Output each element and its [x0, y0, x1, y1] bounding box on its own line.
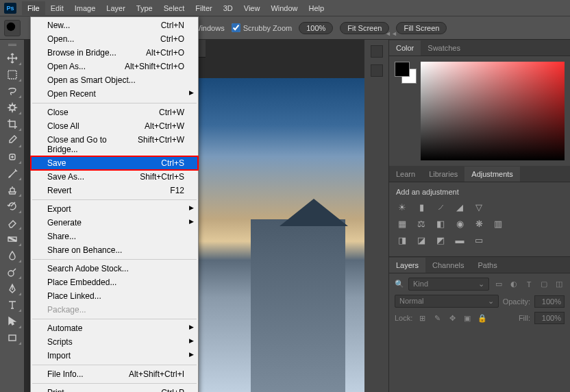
toolbox-grip[interactable] [8, 44, 16, 47]
collapsed-panel-strip[interactable]: ◄◄ [364, 40, 389, 392]
photo-filter-icon[interactable]: ◉ [454, 218, 466, 229]
clone-stamp-tool[interactable] [3, 182, 22, 197]
menu-layer[interactable]: Layer [101, 1, 131, 15]
menu-filter[interactable]: Filter [190, 1, 217, 15]
bw-icon[interactable]: ◧ [434, 218, 447, 229]
menu-item-save-as[interactable]: Save As...Shift+Ctrl+S [31, 170, 198, 184]
eraser-tool[interactable] [3, 215, 22, 230]
color-lookup-icon[interactable]: ▥ [492, 218, 504, 229]
dodge-tool[interactable] [3, 265, 22, 280]
menu-item-import[interactable]: Import▶ [31, 349, 198, 363]
menu-item-open[interactable]: Open...Ctrl+O [31, 32, 198, 46]
crop-tool[interactable] [3, 117, 22, 132]
search-icon[interactable]: 🔍 [395, 280, 404, 289]
tab-learn[interactable]: Learn [389, 167, 422, 182]
menu-item-close[interactable]: CloseCtrl+W [31, 106, 198, 119]
menu-image[interactable]: Image [69, 1, 101, 15]
menu-3d[interactable]: 3D [218, 1, 238, 15]
fill-input[interactable]: 100% [534, 312, 565, 324]
menu-item-revert[interactable]: RevertF12 [31, 184, 198, 197]
menu-item-generate[interactable]: Generate▶ [31, 216, 198, 230]
history-brush-tool[interactable] [3, 199, 22, 214]
menu-item-save[interactable]: SaveCtrl+S [31, 156, 198, 170]
type-tool[interactable] [3, 297, 22, 313]
gradient-map-icon[interactable]: ▬ [454, 234, 466, 245]
marquee-tool[interactable] [3, 67, 22, 82]
blur-tool[interactable] [3, 248, 22, 263]
lock-artboard-icon[interactable]: ▣ [462, 313, 473, 323]
zoom-tool-icon[interactable] [4, 20, 21, 36]
invert-icon[interactable]: ◨ [396, 234, 408, 245]
channel-mixer-icon[interactable]: ❋ [473, 218, 485, 229]
menu-edit[interactable]: Edit [45, 1, 69, 15]
levels-icon[interactable]: ▮ [415, 201, 428, 212]
menu-item-place-linked[interactable]: Place Linked... [31, 289, 198, 303]
menu-item-browse-in-bridge[interactable]: Browse in Bridge...Alt+Ctrl+O [31, 46, 198, 60]
menu-item-share-on-behance[interactable]: Share on Behance... [31, 243, 198, 257]
balance-icon[interactable]: ⚖ [415, 218, 428, 229]
opacity-input[interactable]: 100% [534, 295, 565, 308]
menu-help[interactable]: Help [303, 1, 330, 15]
filter-image-icon[interactable]: ▭ [493, 280, 504, 289]
tab-color[interactable]: Color [389, 40, 421, 56]
exposure-icon[interactable]: ◢ [454, 201, 466, 212]
posterize-icon[interactable]: ◪ [415, 234, 428, 245]
color-picker[interactable] [421, 62, 565, 160]
tab-libraries[interactable]: Libraries [422, 167, 464, 182]
scrubby-zoom-checkbox[interactable]: Scrubby Zoom [232, 23, 293, 32]
filter-shape-icon[interactable]: ▢ [538, 280, 549, 289]
panel-icon[interactable] [371, 45, 383, 58]
menu-view[interactable]: View [238, 1, 266, 15]
lock-all-icon[interactable]: 🔒 [477, 313, 488, 323]
menu-file[interactable]: File [22, 1, 45, 15]
rectangle-tool[interactable] [3, 330, 22, 345]
fit-screen-button[interactable]: Fit Screen [340, 22, 389, 34]
brush-tool[interactable] [3, 166, 22, 181]
canvas[interactable] [175, 78, 364, 392]
move-tool[interactable] [3, 51, 22, 66]
menu-item-export[interactable]: Export▶ [31, 202, 198, 216]
collapse-arrow-icon[interactable]: ◄◄ [385, 30, 397, 37]
lock-image-icon[interactable]: ✎ [432, 313, 443, 323]
tab-channels[interactable]: Channels [425, 258, 471, 273]
lock-trans-icon[interactable]: ⊞ [417, 313, 428, 323]
filter-type-icon[interactable]: T [523, 280, 534, 289]
menu-item-place-embedded[interactable]: Place Embedded... [31, 275, 198, 289]
vibrance-icon[interactable]: ▽ [473, 201, 485, 212]
pen-tool[interactable] [3, 281, 22, 296]
hue-icon[interactable]: ▦ [396, 218, 408, 229]
filter-adjust-icon[interactable]: ◐ [508, 280, 519, 289]
menu-item-search-adobe-stock[interactable]: Search Adobe Stock... [31, 262, 198, 275]
menu-item-open-as-smart-object[interactable]: Open as Smart Object... [31, 73, 198, 87]
blend-mode-select[interactable]: Normal⌄ [395, 295, 499, 308]
menu-item-open-recent[interactable]: Open Recent▶ [31, 87, 198, 101]
gradient-tool[interactable] [3, 232, 22, 247]
brightness-icon[interactable]: ☀ [396, 201, 408, 212]
selective-color-icon[interactable]: ▭ [473, 234, 485, 245]
tab-adjustments[interactable]: Adjustments [464, 167, 520, 182]
menu-type[interactable]: Type [131, 1, 158, 15]
menu-item-file-info[interactable]: File Info...Alt+Shift+Ctrl+I [31, 367, 198, 381]
menu-item-close-all[interactable]: Close AllAlt+Ctrl+W [31, 119, 198, 133]
kind-filter[interactable]: Kind⌄ [408, 278, 489, 291]
fill-screen-button[interactable]: Fill Screen [396, 22, 447, 34]
panel-icon[interactable] [371, 64, 383, 77]
tab-swatches[interactable]: Swatches [421, 40, 467, 56]
curves-icon[interactable]: ⟋ [434, 201, 447, 212]
lasso-tool[interactable] [3, 84, 22, 99]
tab-layers[interactable]: Layers [389, 258, 425, 273]
threshold-icon[interactable]: ◩ [434, 234, 447, 245]
menu-item-scripts[interactable]: Scripts▶ [31, 335, 198, 349]
quick-select-tool[interactable] [3, 100, 22, 115]
path-select-tool[interactable] [3, 314, 22, 329]
menu-item-new[interactable]: New...Ctrl+N [31, 19, 198, 32]
tab-paths[interactable]: Paths [471, 258, 504, 273]
menu-select[interactable]: Select [158, 1, 190, 15]
zoom-percent[interactable]: 100% [299, 22, 333, 34]
menu-item-share[interactable]: Share... [31, 230, 198, 243]
menu-item-print[interactable]: Print...Ctrl+P [31, 386, 198, 392]
eyedropper-tool[interactable] [3, 133, 22, 148]
menu-item-open-as[interactable]: Open As...Alt+Shift+Ctrl+O [31, 60, 198, 73]
menu-window[interactable]: Window [265, 1, 303, 15]
lock-pos-icon[interactable]: ✥ [447, 313, 458, 323]
